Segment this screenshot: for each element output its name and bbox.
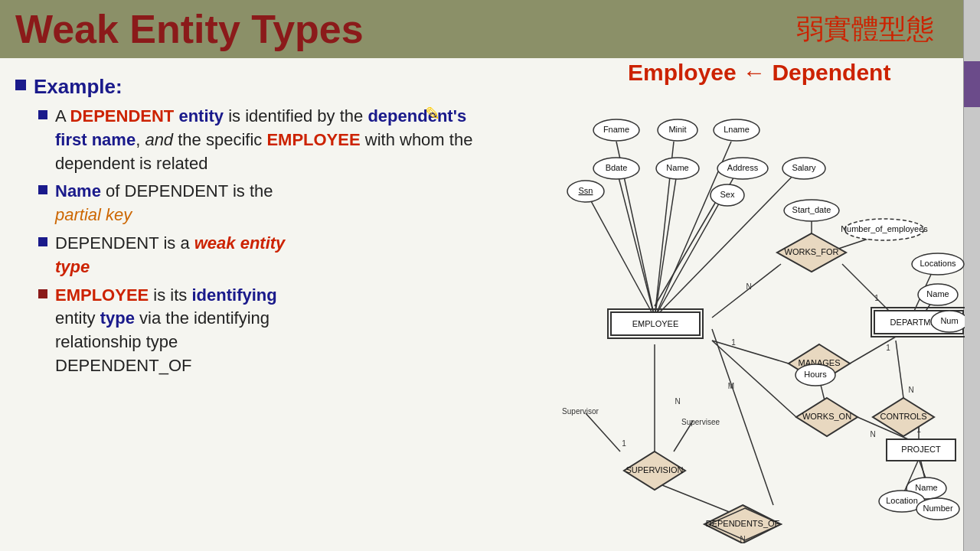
page-title: Weak Entity Types	[15, 6, 364, 52]
sub-text-3: DEPENDENT is a weak entitytype	[55, 232, 285, 279]
project-node: PROJECT	[901, 445, 941, 454]
one-manages-1: 1	[731, 338, 736, 347]
identifying-text: identifying	[191, 285, 276, 305]
dependent-text: DEPENDENT	[70, 106, 175, 126]
example-label: Example:	[34, 75, 122, 99]
locations-attr: Locations	[920, 259, 956, 268]
svg-line-4	[655, 168, 678, 318]
sub-text-4: EMPLOYEE is its identifyingentity type v…	[55, 284, 277, 378]
sub-bullet-1: A DEPENDENT entity is identified by the …	[38, 105, 559, 175]
supervision-label: SUPERVISION	[626, 465, 684, 474]
svg-line-9	[842, 264, 896, 318]
scrollbar[interactable]	[963, 0, 980, 551]
sub-text-1: A DEPENDENT entity is identified by the …	[55, 105, 472, 175]
num-dept-attr: Num	[940, 316, 958, 325]
supervisee-label: Supervisee	[681, 418, 720, 426]
employee-label-text: EMPLOYEE	[55, 285, 149, 305]
num-employees-attr: Number_of_employees	[841, 224, 928, 233]
bdate-attr: Bdate	[606, 163, 628, 172]
weak-entity-text: weak entitytype	[55, 233, 285, 276]
scrollbar-thumb[interactable]	[964, 61, 980, 107]
supervisor-label: Supervisor	[562, 407, 599, 416]
sub-text-2: Name of DEPENDENT is thepartial key	[55, 180, 273, 227]
cursor-indicator: ✎	[425, 103, 440, 125]
start-date-attr: Start_date	[792, 205, 831, 214]
salary-attr: Salary	[792, 163, 816, 172]
controls-label: CONTROLS	[880, 412, 926, 421]
one-controls: 1	[916, 425, 921, 434]
svg-line-7	[586, 191, 655, 318]
one-label-1: 1	[874, 294, 879, 302]
svg-line-3	[616, 168, 655, 318]
one-manages-2: 1	[886, 344, 890, 352]
n-label-1: N	[746, 282, 751, 291]
left-text-content: Example: A DEPENDENT entity is identifie…	[15, 66, 559, 383]
bullet-icon	[15, 80, 26, 90]
n-supervision: N	[675, 397, 680, 406]
name-dept-attr: Name	[926, 289, 949, 298]
svg-line-8	[712, 264, 781, 318]
header: Weak Entity Types 弱實體型態	[0, 0, 980, 58]
n-dependents: N	[740, 535, 745, 543]
location-proj-attr: Location	[886, 496, 918, 505]
works-on-label: WORKS_ON	[802, 412, 851, 421]
minit-attr: Minit	[668, 125, 686, 134]
sub-bullet-3: DEPENDENT is a weak entitytype	[38, 232, 559, 279]
fname-attr: Fname	[603, 125, 629, 134]
sub-bullet-4: EMPLOYEE is its identifyingentity type v…	[38, 284, 559, 378]
type-text: type	[100, 308, 135, 328]
name-text: Name	[55, 181, 101, 201]
svg-line-19	[655, 482, 731, 513]
employee-text: EMPLOYEE	[266, 130, 360, 149]
sub-bullet-2: Name of DEPENDENT is thepartial key	[38, 180, 559, 227]
hours-attr: Hours	[804, 370, 827, 379]
svg-line-20	[712, 329, 773, 505]
works-for-label: WORKS_FOR	[785, 247, 839, 256]
sub-bullet-icon-4	[38, 289, 47, 298]
svg-line-17	[586, 413, 620, 452]
n-controls: N	[908, 386, 913, 394]
bullet-section: Example: A DEPENDENT entity is identifie…	[15, 75, 559, 378]
example-bullet: Example:	[15, 75, 559, 99]
one-supervision: 1	[622, 439, 626, 448]
address-attr: Address	[727, 163, 759, 172]
sub-bullet-icon-1	[38, 110, 47, 119]
partial-key-text: partial key	[55, 205, 132, 224]
svg-line-14	[712, 341, 796, 417]
entity-text: entity	[178, 106, 224, 126]
name-emp-attr: Name	[666, 163, 688, 172]
sex-attr: Sex	[720, 190, 735, 199]
n-works-on: N	[870, 430, 875, 439]
sub-bullet-icon-3	[38, 237, 47, 246]
svg-line-12	[896, 341, 903, 398]
sub-bullet-icon-2	[38, 185, 47, 194]
chinese-subtitle: 弱實體型態	[796, 11, 934, 48]
dependents-of-label: DEPENDENTS_OF	[706, 519, 780, 528]
sub-bullets: A DEPENDENT entity is identified by the …	[38, 105, 559, 378]
number-proj-attr: Number	[923, 504, 952, 513]
m-label: M	[728, 382, 734, 390]
ssn-attr: Ssn	[579, 186, 593, 195]
er-diagram: EMPLOYEE DEPARTMENT PROJECT WORKS_FOR MA…	[536, 69, 965, 543]
employee-node: EMPLOYEE	[632, 319, 679, 328]
lname-attr: Lname	[724, 125, 750, 134]
svg-line-10	[712, 341, 789, 364]
name-proj-attr: Name	[915, 483, 937, 492]
